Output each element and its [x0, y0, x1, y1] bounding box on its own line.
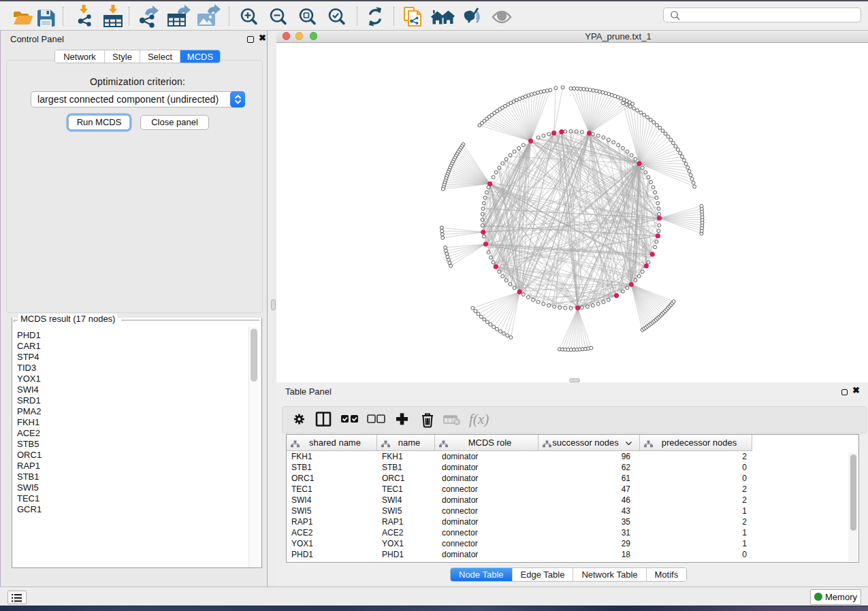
svg-text:f(x): f(x)	[469, 411, 489, 427]
